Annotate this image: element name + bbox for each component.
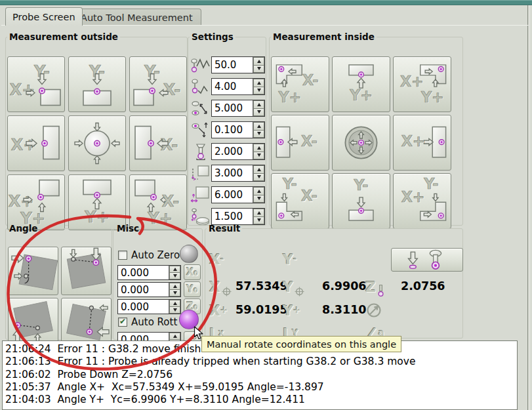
probe-inside-yminus-xplus-button[interactable]: Y-Y-X+X+ bbox=[393, 173, 451, 229]
result-x-center-value: 57.5349 bbox=[235, 279, 288, 293]
probe-inside-yminus-button[interactable]: Y-Y- bbox=[332, 173, 390, 229]
probe-screen-window: Probe Screen Auto Tool Measurement Measu… bbox=[0, 0, 532, 410]
svg-text:X-: X- bbox=[163, 81, 181, 99]
max-xy-distance-input[interactable]: 5.000 bbox=[211, 100, 265, 117]
probe-feed-input[interactable]: 4.00 bbox=[211, 78, 265, 95]
result-z-probe-value: 2.0756 bbox=[401, 279, 445, 293]
misc-group: Misc Auto Zero 0.000X₀0.000Y₀0.000Z₀0.00… bbox=[113, 223, 203, 340]
probe-inside-xminus-button[interactable]: X-X- bbox=[271, 115, 329, 171]
offset-x-spin-up[interactable] bbox=[169, 266, 180, 273]
auto-zero-label: Auto Zero bbox=[131, 249, 180, 261]
search-feed-input[interactable]: 50.0 bbox=[211, 56, 265, 73]
probe-down-button[interactable] bbox=[391, 248, 463, 272]
svg-text:X+: X+ bbox=[400, 73, 424, 90]
probe-tip-diameter-spin-up[interactable] bbox=[253, 144, 264, 152]
probe-outside-yminus-button[interactable]: Y-Y- bbox=[68, 56, 126, 112]
latch-return-distance-spin-up[interactable] bbox=[253, 122, 264, 131]
latch-return-distance-value: 0.100 bbox=[212, 122, 253, 138]
offset-y-input[interactable]: 0.000 bbox=[117, 282, 181, 297]
probe-outside-xminus-button[interactable]: X-X- bbox=[129, 115, 187, 171]
settings-label: Settings bbox=[190, 31, 235, 42]
result-label: Result bbox=[207, 223, 242, 234]
svg-text:Y-: Y- bbox=[423, 175, 438, 192]
search-feed-spin-down[interactable] bbox=[253, 66, 264, 73]
svg-text:X-: X- bbox=[302, 72, 319, 89]
angle-rotate-yminus-button[interactable] bbox=[61, 247, 112, 295]
xy-clearance-spin-up[interactable] bbox=[253, 187, 264, 195]
offset-x-input[interactable]: 0.000 bbox=[117, 265, 181, 280]
probe-outside-yplus-button[interactable]: Y+Y+ bbox=[68, 174, 126, 230]
set-y-zero-button[interactable]: Y₀ bbox=[184, 281, 201, 297]
result-x-plus-icon: X+ bbox=[209, 300, 228, 319]
set-x-zero-button[interactable]: X₀ bbox=[184, 264, 201, 280]
result-x-plus-value: 59.0195 bbox=[235, 303, 288, 316]
measurement-outside-grid: Y-Y-X+X+Y-Y-Y-Y-X-X-X+X+X-X-X+X+Y+Y+Y+Y+… bbox=[7, 56, 187, 230]
measurement-outside-label: Measurement outside bbox=[7, 31, 120, 42]
probe-inside-yminus-xminus-button[interactable]: Y-Y-X-X- bbox=[271, 173, 329, 229]
result-y-center-icon: Y bbox=[283, 277, 304, 295]
probe-feed-spin-down[interactable] bbox=[253, 87, 264, 95]
offset-x-spin-down[interactable] bbox=[169, 273, 180, 279]
offset-z-value: 0.000 bbox=[118, 300, 169, 314]
probe-tip-diameter-input[interactable]: 2.000 bbox=[211, 143, 265, 160]
max-xy-distance-value: 5.000 bbox=[212, 100, 253, 116]
edge-length-input[interactable]: 3.000 bbox=[211, 165, 265, 182]
result-y-minus-icon: Y- bbox=[283, 249, 297, 268]
probe-outside-xplus-yminus-button[interactable]: Y-Y-X+X+ bbox=[7, 56, 65, 112]
latch-distance-icon bbox=[190, 121, 210, 138]
probe-outside-xminus-yminus-button[interactable]: Y-Y-X-X- bbox=[129, 56, 187, 112]
edge-length-spin-up[interactable] bbox=[253, 165, 264, 174]
rotate-angle-spin-up[interactable] bbox=[169, 333, 180, 340]
angle-grid bbox=[8, 247, 112, 346]
auto-rott-checkbox[interactable]: ✔ bbox=[118, 318, 127, 327]
edge-length-spin-down[interactable] bbox=[253, 174, 264, 182]
result-x-center-icon: X bbox=[209, 277, 232, 295]
offset-y-spin-down[interactable] bbox=[169, 290, 180, 297]
result-y-plus-icon: Y+ bbox=[283, 300, 300, 319]
angle-rotate-xplus-button[interactable] bbox=[8, 247, 58, 295]
offset-z-spin-down[interactable] bbox=[169, 307, 180, 314]
xy-clearance-input[interactable]: 6.000 bbox=[211, 186, 265, 203]
probe-feed-row: 4.00 bbox=[190, 78, 265, 95]
probe-outside-xplus-button[interactable]: X+X+ bbox=[7, 115, 65, 171]
xy-clearance-spin-down[interactable] bbox=[253, 195, 264, 203]
probe-feed-spin-up[interactable] bbox=[253, 79, 264, 87]
probe-outside-xplus-yplus-button[interactable]: X+X+Y+Y+ bbox=[7, 174, 65, 230]
probe-inside-xplus-button[interactable]: X+X+ bbox=[393, 115, 451, 171]
window-right-edge-highlight bbox=[529, 5, 530, 410]
svg-text:Y+: Y+ bbox=[349, 87, 373, 104]
result-y-center-value: 6.9906 bbox=[322, 279, 367, 293]
probe-tip-diameter-spin-down[interactable] bbox=[253, 152, 264, 160]
probe-inside-xplus-yplus-button[interactable]: X+X+Y+Y+ bbox=[393, 56, 451, 112]
xy-clearance-value: 6.000 bbox=[212, 187, 253, 203]
max-xy-distance-spin-down[interactable] bbox=[253, 109, 264, 117]
latch-return-distance-input[interactable]: 0.100 bbox=[211, 121, 265, 138]
svg-text:X+: X+ bbox=[401, 133, 425, 150]
window-right-border bbox=[527, 5, 528, 410]
svg-text:X-: X- bbox=[162, 192, 180, 211]
xy-clearance-row: 6.000 bbox=[190, 186, 265, 203]
tab-probe-screen[interactable]: Probe Screen bbox=[5, 7, 83, 26]
z-clearance-spin-up[interactable] bbox=[253, 209, 264, 217]
result-z-probe-icon: Z bbox=[365, 277, 384, 295]
auto-zero-checkbox[interactable] bbox=[118, 251, 127, 260]
max-xy-distance-spin-up[interactable] bbox=[253, 100, 264, 109]
offset-y-spin-up[interactable] bbox=[169, 283, 180, 290]
tab-auto-tool-measurement[interactable]: Auto Tool Measurement bbox=[72, 9, 201, 26]
svg-text:Y+: Y+ bbox=[277, 89, 301, 106]
xy-clearance-icon bbox=[190, 186, 210, 203]
probe-inside-xminus-yplus-button[interactable]: X-X-Y+Y+ bbox=[271, 56, 329, 112]
probe-feed-value: 4.00 bbox=[212, 79, 253, 94]
latch-return-distance-spin-down[interactable] bbox=[253, 131, 264, 138]
log-line: 21:05:37 Angle X+ Xc=57.5349 X+=59.0195 … bbox=[5, 381, 517, 394]
angle-rotate-yplus-button[interactable] bbox=[8, 298, 58, 346]
probe-outside-center-button[interactable] bbox=[68, 115, 126, 171]
search-feed-spin-up[interactable] bbox=[253, 57, 264, 66]
offset-z-spin-up[interactable] bbox=[169, 300, 180, 307]
probe-inside-yplus-button[interactable]: Y+Y+ bbox=[332, 56, 390, 112]
probe-inside-hole-button[interactable] bbox=[332, 115, 390, 171]
offset-z-input[interactable]: 0.000 bbox=[117, 299, 181, 314]
probe-outside-xminus-yplus-button[interactable]: X-X-Y+Y+ bbox=[129, 174, 187, 230]
probe-tip-diameter-icon bbox=[190, 143, 210, 160]
angle-rotate-xminus-button[interactable] bbox=[61, 298, 112, 346]
